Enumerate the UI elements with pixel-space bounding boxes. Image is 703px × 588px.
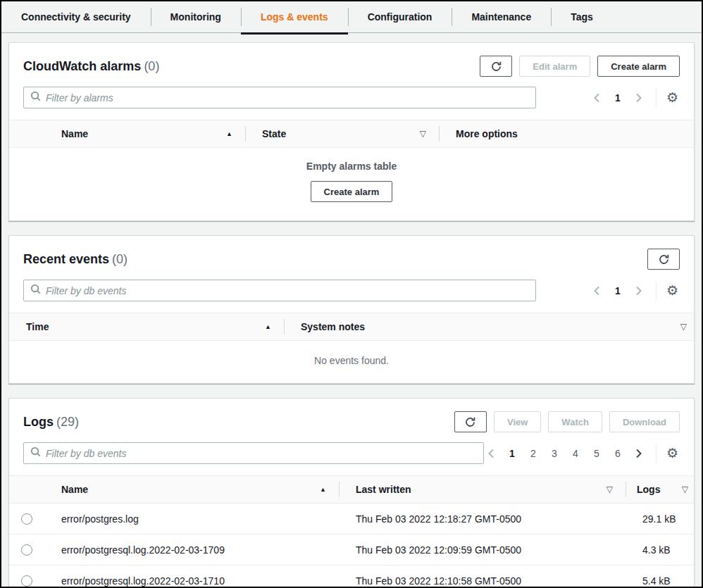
detail-tabs: Connectivity & security Monitoring Logs … [1, 1, 702, 33]
log-row-radio[interactable] [21, 513, 32, 525]
events-title: Recent events(0) [23, 252, 127, 267]
search-icon [30, 446, 41, 460]
row-select [9, 575, 44, 587]
log-last-written-cell: Thu Feb 03 2022 12:18:27 GMT-0500 [339, 503, 626, 534]
alarms-col-name[interactable]: Name ▲ [44, 120, 245, 147]
refresh-icon [464, 416, 476, 428]
rds-logs-events-page: { "tabs": [ { "label": "Connectivity & s… [0, 0, 703, 588]
tab-label: Connectivity & security [21, 11, 131, 23]
log-name-cell: error/postgres.log [44, 503, 339, 534]
log-last-written-cell: Thu Feb 03 2022 12:09:59 GMT-0500 [339, 534, 626, 565]
sort-asc-icon: ▲ [226, 130, 232, 137]
empty-create-alarm-button[interactable]: Create alarm [311, 181, 393, 202]
logs-filter-input[interactable] [46, 448, 477, 459]
tab-configuration[interactable]: Configuration [348, 1, 452, 32]
logs-page-5[interactable]: 5 [588, 445, 605, 462]
column-label: Name [61, 128, 88, 139]
events-pagination: 1 ⚙ [590, 282, 680, 300]
events-col-time[interactable]: Time ▲ [9, 313, 284, 340]
search-icon [30, 91, 41, 104]
alarms-empty-title: Empty alarms table [9, 161, 694, 172]
tab-label: Monitoring [170, 11, 221, 23]
tab-logs-events[interactable]: Logs & events [241, 1, 348, 32]
alarms-prev-page-icon[interactable] [590, 89, 605, 106]
tab-label: Tags [571, 11, 593, 23]
logs-actions: View Watch Download [454, 411, 680, 432]
column-label: Logs [637, 484, 660, 495]
logs-col-last-written[interactable]: Last written ▽ [339, 476, 626, 503]
alarms-header: CloudWatch alarms(0) Edit alarm Create a… [9, 43, 694, 81]
table-row[interactable]: error/postgresql.log.2022-02-03-1710 Thu… [9, 565, 694, 588]
log-name-cell: error/postgresql.log.2022-02-03-1709 [44, 534, 339, 565]
alarms-page-1[interactable]: 1 [609, 89, 626, 106]
log-row-radio[interactable] [21, 544, 32, 556]
logs-page-2[interactable]: 2 [525, 445, 542, 462]
filter-dropdown-icon[interactable]: ▽ [420, 129, 426, 139]
alarms-filter-box [23, 87, 536, 108]
pager-divider [656, 444, 657, 463]
events-page-1[interactable]: 1 [609, 282, 626, 299]
logs-page-6[interactable]: 6 [609, 445, 626, 462]
alarms-refresh-button[interactable] [480, 56, 512, 77]
alarms-col-state[interactable]: State ▽ [245, 120, 439, 147]
logs-col-logs[interactable]: Logs ▽ [626, 476, 694, 503]
search-icon [30, 284, 41, 297]
tab-label: Configuration [368, 11, 433, 23]
logs-settings-gear-icon[interactable]: ⚙ [665, 446, 680, 460]
logs-header: Logs(29) View Watch Download [9, 399, 694, 437]
watch-log-button[interactable]: Watch [548, 411, 602, 432]
table-row[interactable]: error/postgresql.log.2022-02-03-1709 Thu… [9, 534, 694, 565]
tab-connectivity-security[interactable]: Connectivity & security [1, 1, 151, 32]
logs-title-text: Logs [23, 415, 54, 429]
log-last-written-cell: Thu Feb 03 2022 12:10:58 GMT-0500 [339, 565, 626, 588]
tab-maintenance[interactable]: Maintenance [452, 1, 551, 32]
events-next-page-icon[interactable] [630, 282, 646, 299]
table-row[interactable]: error/postgres.log Thu Feb 03 2022 12:18… [9, 503, 694, 534]
row-select [9, 544, 44, 556]
alarms-count: (0) [141, 59, 159, 73]
logs-next-page-icon[interactable] [630, 445, 646, 462]
events-prev-page-icon[interactable] [590, 282, 605, 299]
tab-monitoring[interactable]: Monitoring [151, 1, 241, 32]
alarms-next-page-icon[interactable] [630, 89, 646, 106]
edit-alarm-button[interactable]: Edit alarm [519, 56, 590, 77]
column-label: System notes [301, 321, 365, 332]
events-empty-text: No events found. [9, 341, 694, 383]
view-log-button[interactable]: View [494, 411, 541, 432]
events-refresh-button[interactable] [647, 249, 680, 270]
sort-asc-icon: ▲ [320, 486, 326, 493]
filter-dropdown-icon[interactable]: ▽ [682, 484, 688, 494]
logs-refresh-button[interactable] [454, 411, 487, 432]
events-title-text: Recent events [23, 252, 109, 266]
events-settings-gear-icon[interactable]: ⚙ [665, 284, 680, 297]
filter-dropdown-icon[interactable]: ▽ [606, 484, 613, 494]
logs-count: (29) [54, 415, 79, 429]
alarms-title: CloudWatch alarms(0) [23, 59, 159, 74]
logs-col-name[interactable]: Name ▲ [44, 476, 339, 503]
events-col-system-notes[interactable]: System notes ▽ [284, 313, 694, 340]
refresh-icon [490, 61, 502, 73]
logs-prev-page-icon[interactable] [484, 445, 499, 462]
logs-page-3[interactable]: 3 [546, 445, 563, 462]
events-count: (0) [109, 252, 127, 266]
tab-tags[interactable]: Tags [551, 1, 613, 32]
alarms-col-more-options: More options [439, 120, 694, 147]
events-filter-row: 1 ⚙ [9, 274, 694, 313]
alarms-table-header: Name ▲ State ▽ More options [9, 120, 694, 148]
events-filter-input[interactable] [46, 285, 529, 296]
alarms-title-text: CloudWatch alarms [23, 59, 141, 73]
alarms-filter-input[interactable] [46, 92, 529, 104]
logs-page-1[interactable]: 1 [504, 445, 521, 462]
events-table-header: Time ▲ System notes ▽ [9, 313, 694, 341]
logs-filter-row: 1 2 3 4 5 6 ⚙ [9, 437, 694, 475]
filter-dropdown-icon[interactable]: ▽ [680, 322, 687, 332]
recent-events-panel: Recent events(0) 1 ⚙ Time ▲ [8, 235, 695, 384]
logs-table-header: Name ▲ Last written ▽ Logs ▽ [9, 475, 694, 503]
logs-page-4[interactable]: 4 [567, 445, 584, 462]
events-header: Recent events(0) [9, 236, 694, 274]
create-alarm-button[interactable]: Create alarm [597, 56, 680, 77]
alarms-settings-gear-icon[interactable]: ⚙ [665, 91, 680, 104]
download-log-button[interactable]: Download [609, 411, 680, 432]
log-size-cell: 29.1 kB [626, 503, 694, 534]
log-row-radio[interactable] [21, 575, 32, 587]
